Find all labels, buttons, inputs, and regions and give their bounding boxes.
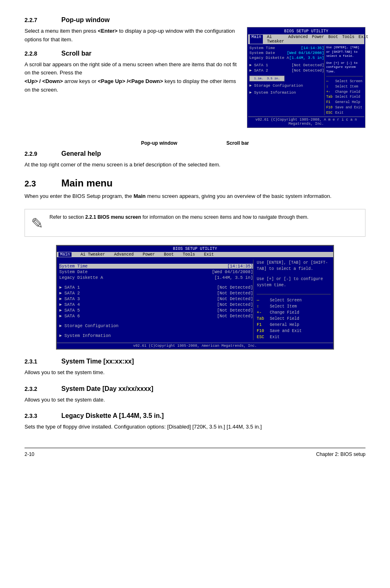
bios-lg-right: Use [ENTER], [TAB] or [SHIFT-TAB] to sel… — [253, 260, 331, 340]
heading-233: 2.3.3 Legacy Diskette A [1.44M, 3.5 in.] — [25, 412, 365, 420]
bios-sm-nav-tools: Tools — [342, 35, 354, 44]
bios-sm-keys: ↔Select Screen ↕Select Item +-Change Fie… — [326, 79, 363, 115]
bios-key-esc: ESC Exit — [257, 334, 331, 340]
bios-lg-nav-main: Main — [58, 252, 72, 257]
bios-lg-storage: ► Storage Configuration — [59, 323, 253, 328]
text-232: Allows you to set the system date. — [25, 396, 365, 404]
bios-sm-nav-tweaker: Ai Tweaker — [267, 35, 284, 44]
heading-229: 2.2.9 General help — [25, 150, 365, 157]
label-scrollbar: Scroll bar — [226, 140, 249, 146]
note-text: Refer to section 2.2.1 BIOS menu screen … — [49, 213, 309, 221]
bios-key-screen: ↔ Select Screen — [257, 297, 331, 303]
heading-232: 2.3.2 System Date [Day xx/xx/xxxx] — [25, 385, 365, 393]
footer-page-num: 2-10 — [25, 451, 34, 457]
bios-lg-footer: v02.61 (C)Copyright 1985-2008, American … — [57, 343, 333, 349]
section-num-229: 2.2.9 — [25, 150, 49, 157]
heading-228: 2.2.8 Scroll bar — [25, 50, 239, 57]
bios-key-tab: Tab Select Field — [257, 316, 331, 322]
page-footer: 2-10 Chapter 2: BIOS setup — [25, 448, 365, 457]
bios-lg-keys: ↔ Select Screen ↕ Select Item +- Change … — [257, 297, 331, 340]
bios-lg-sata2: ► SATA 2 [Not Detected] — [59, 291, 253, 296]
section-num-227: 2.2.7 — [25, 17, 49, 23]
bios-lg-nav: Main Ai Tweaker Advanced Power Boot Tool… — [57, 252, 333, 257]
bios-sm-left: System Time [14:14:35] System Date [Wed … — [249, 45, 324, 115]
section-title-231: System Time [xx:xx:xx] — [61, 358, 134, 365]
bios-lg-sata6: ► SATA 6 [Not Detected] — [59, 314, 253, 319]
bios-lg-sata4: ► SATA 4 [Not Detected] — [59, 302, 253, 307]
section-title-23: Main menu — [61, 177, 112, 189]
bios-lg-help1: Use [ENTER], [TAB] or [SHIFT-TAB] to sel… — [257, 260, 331, 272]
heading-227: 2.2.7 Pop-up window — [25, 16, 365, 24]
bios-key-f1: F1 General Help — [257, 322, 331, 328]
section-title-229: General help — [61, 150, 101, 157]
section-num-23: 2.3 — [25, 179, 49, 189]
bios-lg-sata1: ► SATA 1 [Not Detected] — [59, 285, 253, 290]
section-title-233: Legacy Diskette A [1.44M, 3.5 in.] — [61, 412, 164, 420]
bios-lg-nav-advanced: Advanced — [109, 252, 134, 257]
section-title-228: Scroll bar — [61, 50, 92, 57]
bios-sm-row-time: System Time [14:14:35] — [249, 46, 324, 50]
bios-lg-sata3: ► SATA 3 [Not Detected] — [59, 296, 253, 301]
bios-lg-row-legacy: Legacy Diskette A [1.44M, 3.5 in] — [59, 275, 253, 280]
bios-sm-nav-power: Power — [312, 35, 324, 44]
bios-sm-nav: Main Ai Tweaker Advanced Power Boot Tool… — [248, 34, 364, 44]
section-num-231: 2.3.1 — [25, 358, 49, 365]
bios-lg-body: System Time [14:14:35] System Date [Wed … — [57, 257, 333, 343]
bios-sm-sata1: SATA 1 [Not Detected] — [249, 63, 324, 67]
screenshot-labels: Pop-up window Scroll bar — [25, 140, 365, 146]
note-icon: ✎ — [31, 215, 43, 232]
note-box: ✎ Refer to section 2.2.1 BIOS menu scree… — [25, 209, 365, 237]
section-title-227: Pop-up window — [61, 16, 110, 24]
heading-23: 2.3 Main menu — [25, 177, 365, 189]
text-23: When you enter the BIOS Setup program, t… — [25, 192, 365, 201]
bios-sm-nav-advanced: Advanced — [288, 35, 308, 44]
bios-lg-nav-tools: Tools — [178, 252, 195, 257]
bios-key-f10: F10 Save and Exit — [257, 328, 331, 334]
text-233: Sets the type of floppy drive installed.… — [25, 423, 365, 431]
bios-lg-nav-exit: Exit — [199, 252, 214, 257]
section-num-232: 2.3.2 — [25, 386, 49, 392]
bios-sm-nav-exit: Exit — [359, 35, 368, 44]
text-229: At the top right corner of the menu scre… — [25, 161, 365, 169]
bios-lg-sata5: ► SATA 5 [Not Detected] — [59, 308, 253, 313]
section-232: 2.3.2 System Date [Day xx/xx/xxxx] Allow… — [25, 385, 365, 404]
bios-key-change: +- Change Field — [257, 310, 331, 316]
bios-sm-nav-main: Main — [250, 35, 263, 44]
bios-sm-body: System Time [14:14:35] System Date [Wed … — [248, 44, 364, 117]
bios-sm-header: BIOS SETUP UTILITY — [248, 28, 364, 34]
footer-chapter: Chapter 2: BIOS setup — [316, 451, 365, 457]
section-233: 2.3.3 Legacy Diskette A [1.44M, 3.5 in.]… — [25, 412, 365, 431]
label-popup: Pop-up window — [141, 140, 177, 146]
bios-sm-sysinfo: System Information — [249, 90, 324, 95]
bios-sm-sata2: SATA 2 [Not Detected] — [249, 68, 324, 73]
heading-231: 2.3.1 System Time [xx:xx:xx] — [25, 358, 365, 365]
bios-lg-help2: Use [+] or [-] to configure system time. — [257, 276, 331, 288]
bios-lg-header: BIOS SETUP UTILITY — [57, 246, 333, 252]
section-title-232: System Date [Day xx/xx/xxxx] — [61, 385, 153, 393]
bios-sm-popup: 1.im. 3.5 in. — [249, 76, 285, 81]
section-227: 2.2.7 Pop-up window BIOS SETUP UTILITY M… — [25, 16, 365, 132]
bios-lg-left: System Time [14:14:35] System Date [Wed … — [59, 260, 253, 340]
section-num-233: 2.3.3 — [25, 413, 49, 419]
bios-lg-nav-tweaker: Ai Tweaker — [76, 252, 105, 257]
bios-sm-help1: Use [ENTER], [TAB] or [SHIFT-TAB] to sel… — [326, 45, 363, 58]
bios-lg-nav-power: Power — [138, 252, 155, 257]
bios-sm-right: Use [ENTER], [TAB] or [SHIFT-TAB] to sel… — [324, 45, 363, 115]
bios-key-item: ↕ Select Item — [257, 303, 331, 310]
bios-lg-row-time: System Time [14:14:35] — [59, 264, 253, 269]
bios-sm-row-legacy: Legacy Diskette A [1.44M, 3.5 in] — [249, 56, 324, 60]
bios-sm-nav-boot: Boot — [328, 35, 338, 44]
bios-sm-storage: Storage Configuration — [249, 83, 324, 88]
bios-screenshot-large: BIOS SETUP UTILITY Main Ai Tweaker Advan… — [56, 245, 334, 350]
bios-lg-nav-boot: Boot — [159, 252, 174, 257]
text-231: Allows you to set the system time. — [25, 368, 365, 377]
bios-lg-sysinfo: ► System Information — [59, 333, 253, 338]
bios-sm-row-date: System Date [Wed 04/16/2008] — [249, 51, 324, 55]
section-num-228: 2.2.8 — [25, 50, 49, 57]
bios-screenshot-small: BIOS SETUP UTILITY Main Ai Tweaker Advan… — [247, 27, 365, 128]
bios-lg-row-date: System Date [Wed 04/16/2008] — [59, 269, 253, 274]
section-229: 2.2.9 General help At the top right corn… — [25, 150, 365, 169]
bios-sm-footer: v02.61 (C)Copyright 1985-2008, A m e r i… — [248, 117, 364, 127]
section-231: 2.3.1 System Time [xx:xx:xx] Allows you … — [25, 358, 365, 377]
section-23: 2.3 Main menu When you enter the BIOS Se… — [25, 177, 365, 350]
